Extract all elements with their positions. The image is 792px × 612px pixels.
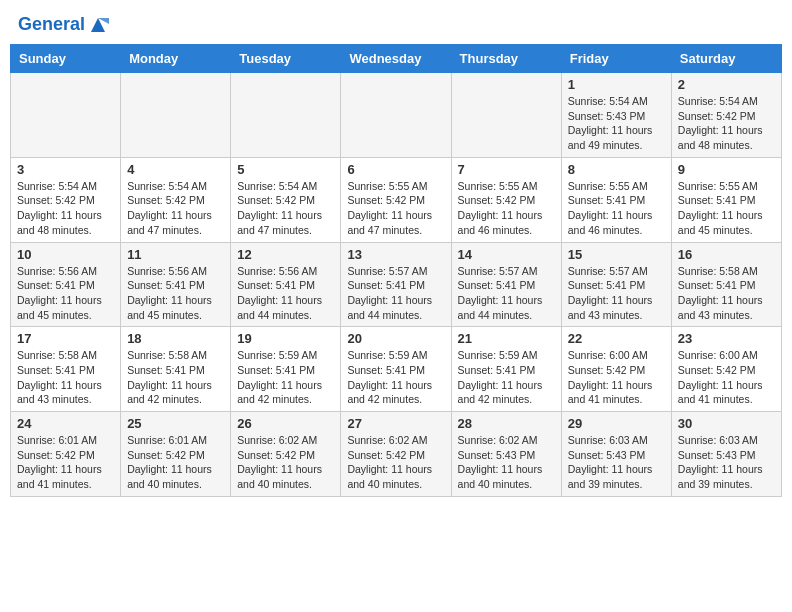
calendar-cell: 2Sunrise: 5:54 AMSunset: 5:42 PMDaylight…	[671, 73, 781, 158]
weekday-header: Tuesday	[231, 45, 341, 73]
day-number: 29	[568, 416, 665, 431]
calendar-cell: 29Sunrise: 6:03 AMSunset: 5:43 PMDayligh…	[561, 412, 671, 497]
day-number: 24	[17, 416, 114, 431]
calendar-cell: 14Sunrise: 5:57 AMSunset: 5:41 PMDayligh…	[451, 242, 561, 327]
day-info: Sunrise: 5:58 AMSunset: 5:41 PMDaylight:…	[678, 264, 775, 323]
day-number: 19	[237, 331, 334, 346]
day-info: Sunrise: 5:55 AMSunset: 5:41 PMDaylight:…	[568, 179, 665, 238]
calendar-cell: 13Sunrise: 5:57 AMSunset: 5:41 PMDayligh…	[341, 242, 451, 327]
day-number: 7	[458, 162, 555, 177]
day-number: 9	[678, 162, 775, 177]
logo-icon	[87, 14, 109, 36]
calendar-cell	[11, 73, 121, 158]
day-info: Sunrise: 5:56 AMSunset: 5:41 PMDaylight:…	[17, 264, 114, 323]
day-info: Sunrise: 6:03 AMSunset: 5:43 PMDaylight:…	[678, 433, 775, 492]
day-info: Sunrise: 5:55 AMSunset: 5:41 PMDaylight:…	[678, 179, 775, 238]
calendar-cell: 5Sunrise: 5:54 AMSunset: 5:42 PMDaylight…	[231, 157, 341, 242]
calendar-cell	[121, 73, 231, 158]
day-info: Sunrise: 6:03 AMSunset: 5:43 PMDaylight:…	[568, 433, 665, 492]
calendar-cell: 6Sunrise: 5:55 AMSunset: 5:42 PMDaylight…	[341, 157, 451, 242]
calendar-cell: 22Sunrise: 6:00 AMSunset: 5:42 PMDayligh…	[561, 327, 671, 412]
day-number: 28	[458, 416, 555, 431]
calendar-cell: 12Sunrise: 5:56 AMSunset: 5:41 PMDayligh…	[231, 242, 341, 327]
calendar-week-row: 1Sunrise: 5:54 AMSunset: 5:43 PMDaylight…	[11, 73, 782, 158]
calendar-cell: 30Sunrise: 6:03 AMSunset: 5:43 PMDayligh…	[671, 412, 781, 497]
day-info: Sunrise: 6:02 AMSunset: 5:43 PMDaylight:…	[458, 433, 555, 492]
day-number: 23	[678, 331, 775, 346]
weekday-header: Monday	[121, 45, 231, 73]
day-info: Sunrise: 6:01 AMSunset: 5:42 PMDaylight:…	[17, 433, 114, 492]
calendar-cell: 11Sunrise: 5:56 AMSunset: 5:41 PMDayligh…	[121, 242, 231, 327]
calendar-cell: 16Sunrise: 5:58 AMSunset: 5:41 PMDayligh…	[671, 242, 781, 327]
day-number: 25	[127, 416, 224, 431]
calendar-cell	[231, 73, 341, 158]
day-info: Sunrise: 5:56 AMSunset: 5:41 PMDaylight:…	[127, 264, 224, 323]
weekday-header: Friday	[561, 45, 671, 73]
day-number: 16	[678, 247, 775, 262]
day-info: Sunrise: 5:57 AMSunset: 5:41 PMDaylight:…	[568, 264, 665, 323]
weekday-header: Wednesday	[341, 45, 451, 73]
calendar-cell: 1Sunrise: 5:54 AMSunset: 5:43 PMDaylight…	[561, 73, 671, 158]
day-number: 13	[347, 247, 444, 262]
day-number: 3	[17, 162, 114, 177]
day-number: 15	[568, 247, 665, 262]
calendar-cell: 7Sunrise: 5:55 AMSunset: 5:42 PMDaylight…	[451, 157, 561, 242]
day-number: 6	[347, 162, 444, 177]
day-info: Sunrise: 6:01 AMSunset: 5:42 PMDaylight:…	[127, 433, 224, 492]
calendar-cell: 15Sunrise: 5:57 AMSunset: 5:41 PMDayligh…	[561, 242, 671, 327]
calendar-cell: 9Sunrise: 5:55 AMSunset: 5:41 PMDaylight…	[671, 157, 781, 242]
day-number: 18	[127, 331, 224, 346]
calendar-cell: 21Sunrise: 5:59 AMSunset: 5:41 PMDayligh…	[451, 327, 561, 412]
day-info: Sunrise: 5:54 AMSunset: 5:42 PMDaylight:…	[17, 179, 114, 238]
day-info: Sunrise: 6:00 AMSunset: 5:42 PMDaylight:…	[568, 348, 665, 407]
day-number: 26	[237, 416, 334, 431]
day-info: Sunrise: 5:54 AMSunset: 5:42 PMDaylight:…	[237, 179, 334, 238]
calendar-header-row: SundayMondayTuesdayWednesdayThursdayFrid…	[11, 45, 782, 73]
calendar-week-row: 3Sunrise: 5:54 AMSunset: 5:42 PMDaylight…	[11, 157, 782, 242]
day-number: 11	[127, 247, 224, 262]
calendar-cell: 18Sunrise: 5:58 AMSunset: 5:41 PMDayligh…	[121, 327, 231, 412]
day-number: 2	[678, 77, 775, 92]
calendar-cell: 4Sunrise: 5:54 AMSunset: 5:42 PMDaylight…	[121, 157, 231, 242]
calendar-cell: 23Sunrise: 6:00 AMSunset: 5:42 PMDayligh…	[671, 327, 781, 412]
day-info: Sunrise: 6:02 AMSunset: 5:42 PMDaylight:…	[347, 433, 444, 492]
day-number: 1	[568, 77, 665, 92]
day-number: 14	[458, 247, 555, 262]
weekday-header: Saturday	[671, 45, 781, 73]
logo: General	[18, 14, 109, 34]
calendar-cell: 28Sunrise: 6:02 AMSunset: 5:43 PMDayligh…	[451, 412, 561, 497]
day-info: Sunrise: 6:02 AMSunset: 5:42 PMDaylight:…	[237, 433, 334, 492]
weekday-header: Thursday	[451, 45, 561, 73]
calendar-cell: 10Sunrise: 5:56 AMSunset: 5:41 PMDayligh…	[11, 242, 121, 327]
calendar-cell: 3Sunrise: 5:54 AMSunset: 5:42 PMDaylight…	[11, 157, 121, 242]
calendar-cell	[341, 73, 451, 158]
calendar-cell	[451, 73, 561, 158]
day-info: Sunrise: 5:59 AMSunset: 5:41 PMDaylight:…	[237, 348, 334, 407]
calendar-table: SundayMondayTuesdayWednesdayThursdayFrid…	[10, 44, 782, 497]
calendar-cell: 17Sunrise: 5:58 AMSunset: 5:41 PMDayligh…	[11, 327, 121, 412]
day-info: Sunrise: 5:57 AMSunset: 5:41 PMDaylight:…	[347, 264, 444, 323]
calendar-cell: 24Sunrise: 6:01 AMSunset: 5:42 PMDayligh…	[11, 412, 121, 497]
day-number: 22	[568, 331, 665, 346]
page-header: General	[10, 10, 782, 38]
weekday-header: Sunday	[11, 45, 121, 73]
day-number: 20	[347, 331, 444, 346]
day-info: Sunrise: 5:55 AMSunset: 5:42 PMDaylight:…	[347, 179, 444, 238]
day-info: Sunrise: 5:54 AMSunset: 5:42 PMDaylight:…	[678, 94, 775, 153]
day-info: Sunrise: 5:59 AMSunset: 5:41 PMDaylight:…	[458, 348, 555, 407]
calendar-week-row: 24Sunrise: 6:01 AMSunset: 5:42 PMDayligh…	[11, 412, 782, 497]
day-number: 27	[347, 416, 444, 431]
day-number: 21	[458, 331, 555, 346]
day-number: 4	[127, 162, 224, 177]
day-info: Sunrise: 6:00 AMSunset: 5:42 PMDaylight:…	[678, 348, 775, 407]
calendar-cell: 27Sunrise: 6:02 AMSunset: 5:42 PMDayligh…	[341, 412, 451, 497]
day-info: Sunrise: 5:54 AMSunset: 5:42 PMDaylight:…	[127, 179, 224, 238]
day-info: Sunrise: 5:58 AMSunset: 5:41 PMDaylight:…	[17, 348, 114, 407]
calendar-cell: 25Sunrise: 6:01 AMSunset: 5:42 PMDayligh…	[121, 412, 231, 497]
day-number: 12	[237, 247, 334, 262]
day-number: 17	[17, 331, 114, 346]
day-number: 8	[568, 162, 665, 177]
day-number: 10	[17, 247, 114, 262]
logo-general: General	[18, 14, 85, 34]
day-number: 30	[678, 416, 775, 431]
